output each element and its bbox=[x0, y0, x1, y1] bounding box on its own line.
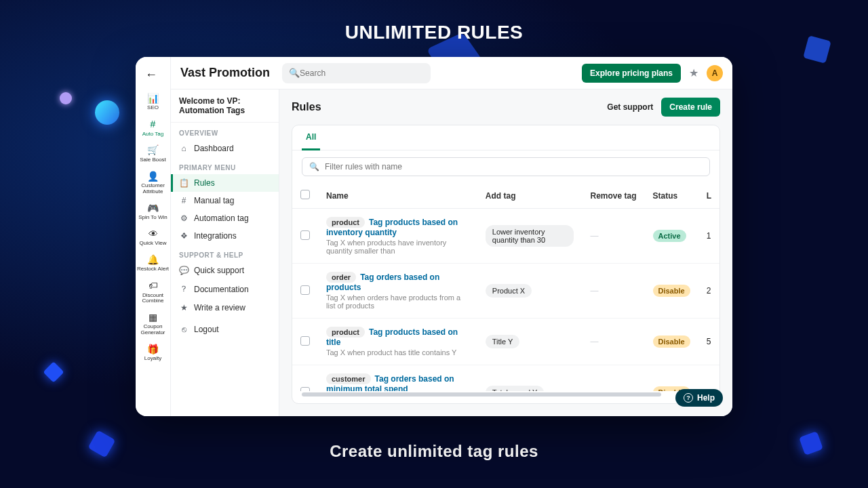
sidebar-item-write-review[interactable]: ★ Write a review bbox=[171, 299, 279, 317]
content-area: Rules Get support Create rule All 🔍 bbox=[279, 89, 732, 416]
sidebar-item-label: Integrations bbox=[194, 231, 237, 241]
col-status: Status bbox=[645, 183, 698, 209]
sidebar-item-manual-tag[interactable]: # Manual tag bbox=[171, 192, 279, 209]
rail-label: Spin To Win bbox=[138, 215, 167, 221]
hash-icon: # bbox=[179, 196, 189, 205]
sidebar-item-automation-tag[interactable]: ⚙ Automation tag bbox=[171, 209, 279, 227]
table-row[interactable]: customerTag orders based on minimum tota… bbox=[292, 365, 719, 392]
table-row[interactable]: productTag products based on inventory q… bbox=[292, 209, 719, 264]
row-checkbox[interactable] bbox=[300, 336, 310, 346]
help-icon: ? bbox=[684, 393, 693, 403]
star-icon: ★ bbox=[179, 303, 189, 312]
logout-icon: ⎋ bbox=[179, 325, 189, 334]
rail-label: Discount Combine bbox=[136, 293, 170, 305]
sidebar-item-label: Rules bbox=[194, 178, 215, 188]
rail-item-customer-attribute[interactable]: 👤Customer Attribute bbox=[136, 167, 170, 199]
explore-pricing-button[interactable]: Explore pricing plans bbox=[582, 64, 681, 83]
sidebar-head-support: SUPPORT & HELP bbox=[171, 245, 279, 262]
col-last: L bbox=[698, 183, 719, 209]
add-tag-pill: Product X bbox=[486, 284, 532, 298]
rule-description: Tag X when products have inventory quant… bbox=[326, 239, 469, 255]
rule-description: Tag X when orders have products from a l… bbox=[326, 293, 469, 310]
global-search[interactable]: 🔍 bbox=[282, 63, 431, 83]
sidebar-item-quick-support[interactable]: 💬 Quick support bbox=[171, 262, 279, 279]
rail-label: Loyalty bbox=[144, 356, 161, 362]
sidebar-head-overview: OVERVIEW bbox=[171, 123, 279, 140]
help-fab[interactable]: ? Help bbox=[675, 389, 723, 407]
rule-description: Tag X when product has title contains Y bbox=[326, 348, 469, 357]
puzzle-icon: ❖ bbox=[179, 231, 189, 241]
last-col-value: 1 bbox=[698, 209, 719, 264]
sidebar-item-documentation[interactable]: ？ Documentation bbox=[171, 279, 279, 299]
select-all-checkbox[interactable] bbox=[300, 190, 310, 199]
sidebar-item-dashboard[interactable]: ⌂ Dashboard bbox=[171, 140, 279, 157]
sidebar-item-label: Dashboard bbox=[194, 144, 234, 153]
rail-item-quick-view[interactable]: 👁Quick View bbox=[136, 225, 170, 251]
scope-pill: product bbox=[326, 327, 365, 338]
table-row[interactable]: productTag products based on titleTag X … bbox=[292, 319, 719, 365]
filter-wrapper[interactable]: 🔍 bbox=[302, 157, 710, 176]
rail-item-loyalty[interactable]: 🎁Loyalty bbox=[136, 340, 170, 366]
row-checkbox[interactable] bbox=[300, 285, 310, 295]
rail-item-restock-alert[interactable]: 🔔Restock Alert bbox=[136, 251, 170, 277]
rail-label: SEO bbox=[147, 105, 159, 111]
rail-label: Quick View bbox=[140, 241, 167, 247]
welcome-text: Welcome to VP: Automation Tags bbox=[171, 89, 279, 123]
rail-item-coupon-generator[interactable]: ▦Coupon Generator bbox=[136, 308, 170, 340]
scrollbar-thumb[interactable] bbox=[302, 392, 661, 396]
horizontal-scrollbar[interactable] bbox=[302, 391, 710, 398]
sidebar-item-logout[interactable]: ⎋ Logout bbox=[171, 321, 279, 338]
status-badge: Disable bbox=[653, 285, 690, 297]
rail-item-discount-combine[interactable]: 🏷Discount Combine bbox=[136, 277, 170, 308]
gear-icon: ⚙ bbox=[179, 214, 189, 223]
col-add-tag: Add tag bbox=[477, 183, 583, 209]
question-icon: ？ bbox=[179, 283, 189, 295]
rail-label: Coupon Generator bbox=[136, 324, 170, 336]
scope-pill: customer bbox=[326, 373, 371, 384]
back-arrow-icon[interactable]: ← bbox=[145, 68, 157, 82]
scope-pill: product bbox=[326, 217, 365, 228]
clipboard-icon: 📋 bbox=[179, 178, 189, 188]
sidebar-item-label: Write a review bbox=[194, 303, 245, 312]
add-tag-pill: Lower inventory quantity than 30 bbox=[486, 225, 574, 247]
rail-label: Sale Boost bbox=[140, 157, 166, 163]
remove-tag-value: — bbox=[590, 286, 599, 296]
topbar: Vast Promotion 🔍 Explore pricing plans ★… bbox=[171, 57, 732, 89]
rail-item-seo[interactable]: 📊SEO bbox=[136, 89, 170, 115]
rail-item-sale-boost[interactable]: 🛒Sale Boost bbox=[136, 141, 170, 167]
sidebar-item-label: Documentation bbox=[194, 285, 249, 294]
status-badge: Active bbox=[653, 230, 686, 242]
status-badge: Disable bbox=[653, 336, 690, 348]
scope-pill: order bbox=[326, 272, 356, 283]
get-support-button[interactable]: Get support bbox=[607, 102, 653, 112]
sidebar: Welcome to VP: Automation Tags OVERVIEW … bbox=[171, 89, 279, 416]
help-label: Help bbox=[697, 393, 715, 403]
sidebar-item-integrations[interactable]: ❖ Integrations bbox=[171, 227, 279, 245]
row-checkbox[interactable] bbox=[300, 230, 310, 240]
rail-icon: 🎮 bbox=[147, 203, 159, 214]
page-title: Rules bbox=[292, 101, 321, 113]
rail-icon: # bbox=[151, 119, 156, 129]
tab-all[interactable]: All bbox=[302, 125, 320, 150]
rail-icon: 🔔 bbox=[147, 255, 159, 265]
rail-item-spin-to-win[interactable]: 🎮Spin To Win bbox=[136, 199, 170, 225]
last-col-value: 5 bbox=[698, 319, 719, 365]
home-icon: ⌂ bbox=[179, 144, 189, 153]
avatar[interactable]: A bbox=[707, 65, 723, 81]
favorite-star-icon[interactable]: ★ bbox=[689, 66, 698, 79]
rules-card: All 🔍 Name bbox=[292, 125, 720, 404]
rail-icon: 🛒 bbox=[147, 145, 159, 155]
sidebar-item-rules[interactable]: 📋 Rules bbox=[171, 174, 279, 192]
marketing-headline: UNLIMITED RULES bbox=[0, 22, 868, 43]
app-title: Vast Promotion bbox=[180, 66, 270, 80]
search-input[interactable] bbox=[300, 68, 424, 78]
rail-item-auto-tag[interactable]: #Auto Tag bbox=[136, 115, 170, 141]
rail-icon: 📊 bbox=[147, 94, 159, 104]
table-row[interactable]: orderTag orders based on productsTag X w… bbox=[292, 264, 719, 319]
sidebar-item-label: Manual tag bbox=[194, 196, 234, 205]
app-rail: 📊SEO#Auto Tag🛒Sale Boost👤Customer Attrib… bbox=[136, 57, 171, 416]
create-rule-button[interactable]: Create rule bbox=[661, 98, 720, 117]
last-col-value: 2 bbox=[698, 264, 719, 319]
rail-label: Auto Tag bbox=[142, 131, 163, 138]
filter-rules-input[interactable] bbox=[325, 162, 703, 171]
